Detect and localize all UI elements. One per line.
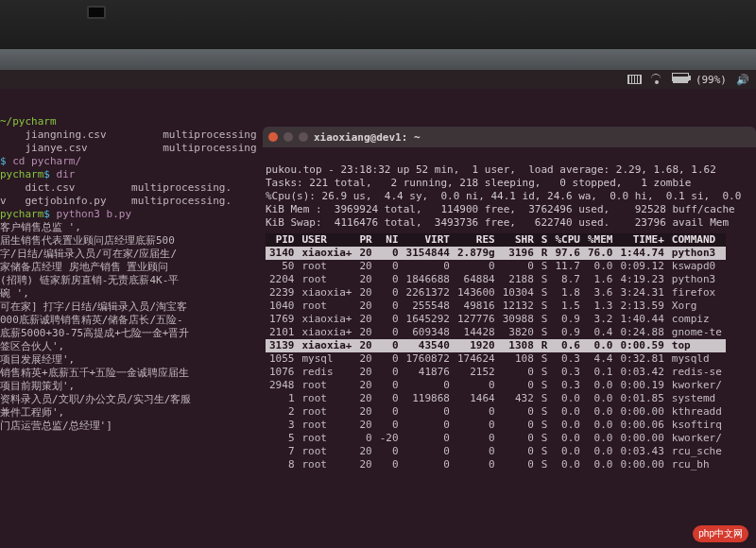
col-pid[interactable]: PID — [266, 233, 299, 247]
process-row: 2948root200000S0.30.00:00.19kworker/ — [266, 379, 726, 392]
keyboard-icon[interactable] — [627, 75, 642, 84]
col-user[interactable]: USER — [299, 233, 356, 247]
wifi-icon[interactable] — [651, 75, 662, 84]
col-ni[interactable]: NI — [376, 233, 403, 247]
maximize-icon[interactable] — [299, 132, 308, 142]
minimize-icon[interactable] — [284, 132, 293, 142]
desktop: ~/pycharm jiangning.csv multiprocessing … — [0, 89, 756, 548]
col-cpu[interactable]: %CPU — [551, 233, 584, 247]
process-table: PIDUSERPRNIVIRTRESSHRS%CPU%MEMTIME+COMMA… — [266, 233, 726, 471]
process-row: 2101xiaoxia+200609348144283820S0.90.40:2… — [266, 326, 726, 339]
process-row: 2204root2001846688648842188S8.71.64:19.2… — [266, 273, 726, 286]
window-titlebar[interactable]: xiaoxiang@dev1: ~ — [263, 127, 756, 147]
watermark-badge: php中文网 — [693, 525, 748, 542]
col-pr[interactable]: PR — [355, 233, 375, 247]
process-row: 3140xiaoxia+20031548442.879g3196R97.676.… — [266, 247, 726, 260]
col-res[interactable]: RES — [454, 233, 499, 247]
process-row: 8root200000S0.00.00:00.00rcu_bh — [266, 458, 726, 471]
vm-toolbar — [0, 49, 756, 70]
col-virt[interactable]: VIRT — [403, 233, 454, 247]
col-s[interactable]: S — [538, 233, 552, 247]
desktop-statusbar: (99%) 🔊 — [0, 70, 756, 89]
process-row: 1076redis2004187621520S0.30.10:03.42redi… — [266, 366, 726, 379]
col-command[interactable]: COMMAND — [668, 233, 726, 247]
process-row: 2root200000S0.00.00:00.00kthreadd — [266, 405, 726, 419]
col-mem[interactable]: %MEM — [584, 233, 617, 247]
battery-indicator[interactable]: (99%) — [672, 73, 727, 86]
process-row: 50root200000S11.70.00:09.12kswapd0 — [266, 260, 726, 273]
close-icon[interactable] — [268, 132, 278, 142]
top-summary-line4: KiB Mem : 3969924 total, 114900 free, 37… — [266, 203, 735, 215]
top-summary-line2: Tasks: 221 total, 2 running, 218 sleepin… — [266, 177, 691, 189]
top-summary-line1: pukou.top - 23:18:32 up 52 min, 1 user, … — [266, 163, 716, 176]
webcam — [87, 6, 106, 19]
terminal-body[interactable]: pukou.top - 23:18:32 up 52 min, 1 user, … — [263, 147, 756, 501]
process-row: 1root2001198681464432S0.00.00:01.85syste… — [266, 392, 726, 405]
laptop-bezel — [0, 0, 756, 49]
battery-pct: (99%) — [696, 74, 727, 86]
process-row: 5root0-20000S0.00.00:00.00kworker/ — [266, 432, 726, 445]
col-time[interactable]: TIME+ — [616, 233, 667, 247]
col-shr[interactable]: SHR — [499, 233, 538, 247]
process-row: 3139xiaoxia+2004354019201308R0.60.00:00.… — [266, 339, 726, 352]
process-row: 1040root2002555484981612132S1.51.32:13.5… — [266, 300, 726, 313]
process-row: 3root200000S0.00.00:00.06ksoftirq — [266, 419, 726, 432]
window-title: xiaoxiang@dev1: ~ — [314, 131, 421, 144]
volume-icon[interactable]: 🔊 — [736, 74, 748, 86]
top-summary-line5: KiB Swap: 4116476 total, 3493736 free, 6… — [266, 216, 729, 229]
top-summary-line3: %Cpu(s): 26.9 us, 4.4 sy, 0.0 ni, 44.1 i… — [266, 190, 741, 202]
process-row: 1769xiaoxia+200164529212777630988S0.93.2… — [266, 313, 726, 326]
top-terminal-window[interactable]: xiaoxiang@dev1: ~ pukou.top - 23:18:32 u… — [263, 127, 756, 548]
process-row: 7root200000S0.00.00:03.43rcu_sche — [266, 445, 726, 458]
process-row: 2239xiaoxia+200226137214360010304S1.83.6… — [266, 286, 726, 300]
process-row: 1055mysql2001760872174624108S0.34.40:32.… — [266, 352, 726, 366]
process-table-header: PIDUSERPRNIVIRTRESSHRS%CPU%MEMTIME+COMMA… — [266, 233, 726, 247]
